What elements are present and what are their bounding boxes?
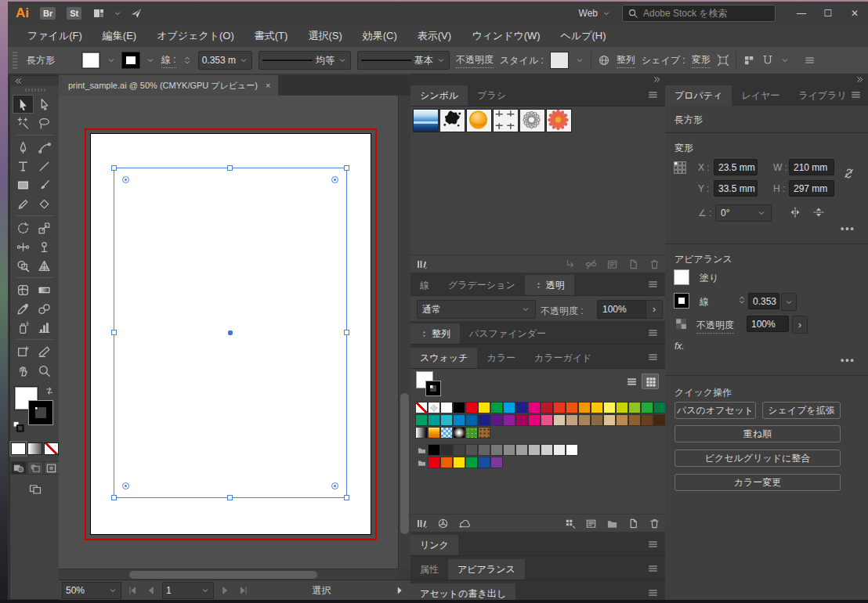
swatch-color[interactable] bbox=[453, 402, 465, 413]
chevron-down-icon[interactable] bbox=[575, 56, 584, 65]
opacity-swatch-icon[interactable] bbox=[675, 317, 688, 330]
constrain-proportions-icon[interactable] bbox=[842, 167, 855, 180]
swatch-color[interactable] bbox=[541, 402, 553, 413]
menu-e[interactable]: 編集(E) bbox=[92, 25, 146, 47]
swatch-kinds-icon[interactable] bbox=[564, 518, 576, 529]
swatch-color[interactable] bbox=[528, 402, 541, 413]
corner-widget[interactable] bbox=[122, 482, 129, 489]
swatch-color[interactable] bbox=[465, 444, 478, 456]
more-options-button[interactable]: ••• bbox=[841, 223, 855, 234]
new-swatch-icon[interactable] bbox=[627, 518, 639, 529]
symbol-orange-button[interactable] bbox=[466, 109, 492, 132]
document-setup-icon[interactable] bbox=[598, 54, 610, 67]
swatch-gradient-bw[interactable] bbox=[415, 427, 428, 439]
tool-rotate[interactable] bbox=[13, 218, 34, 237]
corner-widget[interactable] bbox=[331, 176, 338, 183]
chevron-down-icon[interactable] bbox=[146, 56, 155, 65]
screen-mode-icon[interactable] bbox=[28, 482, 42, 495]
grid-view-icon[interactable] bbox=[642, 374, 659, 389]
swatch-color[interactable] bbox=[465, 402, 478, 413]
h-field[interactable]: 297 mm bbox=[789, 180, 834, 197]
color-themes-icon[interactable] bbox=[437, 518, 449, 529]
expand-icon[interactable]: › bbox=[646, 300, 663, 319]
blend-mode-dropdown[interactable]: 通常 bbox=[417, 300, 536, 319]
bounding-box-icon[interactable] bbox=[717, 54, 729, 67]
stroke-indicator[interactable] bbox=[29, 401, 52, 424]
color-button[interactable] bbox=[11, 442, 26, 455]
center-point[interactable] bbox=[228, 330, 233, 335]
tool-eyedropper[interactable] bbox=[13, 299, 34, 318]
tool-pen[interactable] bbox=[13, 138, 34, 157]
swatch-color[interactable] bbox=[428, 457, 440, 468]
handle-bottom-center[interactable] bbox=[227, 495, 233, 500]
zoom-level-dropdown[interactable]: 50% bbox=[62, 582, 121, 599]
scrollbar-thumb[interactable] bbox=[400, 393, 409, 534]
canvas[interactable] bbox=[59, 96, 399, 569]
menu-c[interactable]: 効果(C) bbox=[353, 25, 407, 47]
new-color-group-icon[interactable] bbox=[606, 518, 618, 529]
menu-w[interactable]: ウィンドウ(W) bbox=[461, 25, 550, 47]
swatch-color[interactable] bbox=[566, 402, 578, 413]
minimize-button[interactable]: — bbox=[788, 4, 815, 23]
swatch-color[interactable] bbox=[603, 402, 616, 413]
close-tab-icon[interactable]: × bbox=[266, 81, 270, 90]
stroke-color-swatch[interactable] bbox=[122, 52, 139, 68]
collapse-dock-icon[interactable] bbox=[652, 74, 662, 85]
stroke-weight-field[interactable]: 0.353 bbox=[748, 293, 779, 309]
fill-color-swatch[interactable] bbox=[81, 52, 100, 69]
flip-vertical-icon[interactable] bbox=[812, 206, 825, 218]
stroke-weight-dropdown[interactable]: 0.353 m bbox=[198, 51, 252, 70]
swatch-color[interactable] bbox=[541, 414, 553, 426]
delete-swatch-icon[interactable] bbox=[649, 518, 660, 529]
chevron-down-icon[interactable] bbox=[113, 9, 122, 18]
swatch-color[interactable] bbox=[503, 444, 515, 456]
swatch-color[interactable] bbox=[653, 402, 666, 413]
reference-point-selector[interactable] bbox=[673, 161, 686, 174]
none-button[interactable] bbox=[44, 442, 59, 455]
handle-middle-left[interactable] bbox=[111, 330, 117, 335]
swatch-color[interactable] bbox=[440, 457, 453, 468]
new-symbol-icon[interactable] bbox=[627, 258, 639, 270]
swatch-gradient-orange[interactable] bbox=[428, 427, 440, 439]
list-view-icon[interactable] bbox=[623, 374, 640, 389]
symbol-libraries-icon[interactable] bbox=[415, 258, 428, 270]
swatch-color[interactable] bbox=[490, 457, 503, 468]
tab-アピアランス[interactable]: アピアランス bbox=[448, 559, 525, 580]
panel-grip[interactable] bbox=[10, 86, 60, 93]
previous-artboard-icon[interactable] bbox=[143, 583, 159, 598]
tool-blend[interactable] bbox=[34, 299, 55, 318]
swatch-gradient-radial[interactable] bbox=[453, 427, 465, 439]
swatch-color[interactable] bbox=[453, 414, 465, 426]
swatch-color[interactable] bbox=[490, 444, 503, 456]
swatch-color[interactable] bbox=[553, 444, 566, 456]
swap-fill-stroke-icon[interactable] bbox=[45, 386, 56, 397]
swatch-color[interactable] bbox=[566, 444, 578, 456]
tab-カラーガイド[interactable]: カラーガイド bbox=[525, 348, 601, 368]
tool-width[interactable] bbox=[13, 237, 34, 256]
corner-widget[interactable] bbox=[331, 482, 338, 489]
swatch-color[interactable] bbox=[515, 402, 528, 413]
swatch-pattern-green[interactable] bbox=[465, 427, 478, 439]
chevron-down-icon[interactable] bbox=[780, 56, 790, 65]
swatch-color[interactable] bbox=[616, 402, 628, 413]
tool-gradient[interactable] bbox=[34, 280, 55, 299]
symbol-landscape[interactable] bbox=[413, 109, 439, 132]
swatch-color[interactable] bbox=[478, 444, 490, 456]
width-profile-dropdown[interactable]: 均等 bbox=[259, 51, 351, 70]
swatch-color[interactable] bbox=[641, 414, 653, 426]
corner-widget[interactable] bbox=[122, 176, 129, 183]
tool-rectangle[interactable] bbox=[13, 175, 34, 194]
swatch-color[interactable] bbox=[515, 414, 528, 426]
handle-bottom-left[interactable] bbox=[111, 495, 117, 500]
isolate-icon[interactable] bbox=[743, 54, 755, 67]
tool-eraser[interactable] bbox=[34, 194, 55, 213]
tab-カラー[interactable]: カラー bbox=[477, 348, 525, 368]
swatch-color[interactable] bbox=[440, 402, 453, 413]
color-group-folder[interactable] bbox=[415, 444, 428, 456]
align-pixel-grid-button[interactable]: ピクセルグリッドに整合 bbox=[675, 450, 841, 467]
swatch-color[interactable] bbox=[641, 402, 653, 413]
symbol-swirl-flower[interactable] bbox=[519, 109, 545, 132]
add-to-library-icon[interactable] bbox=[458, 518, 471, 529]
collapse-dock-icon[interactable] bbox=[855, 74, 865, 85]
swatch-color[interactable] bbox=[490, 402, 503, 413]
